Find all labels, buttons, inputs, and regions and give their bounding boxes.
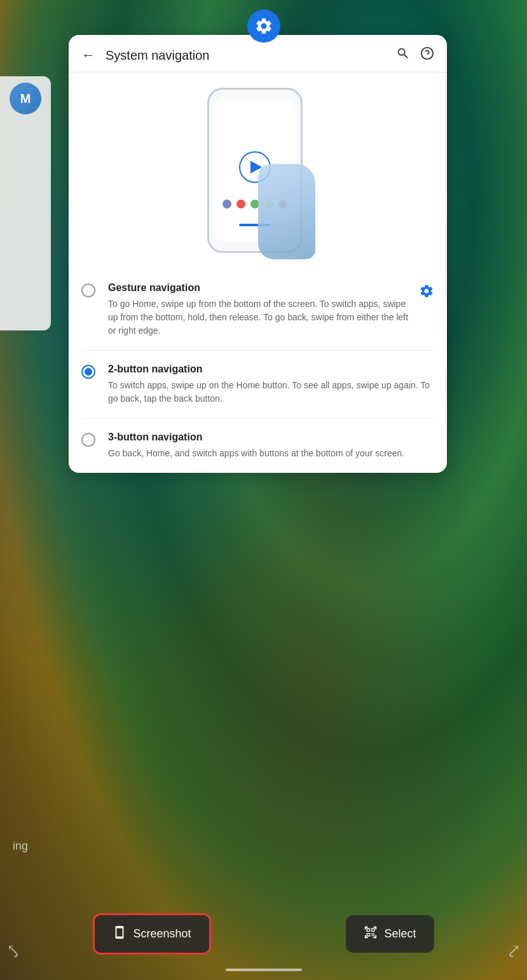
select-label: Select	[384, 927, 416, 941]
three-button-title: 3-button navigation	[108, 432, 434, 443]
avatar: M	[10, 83, 41, 114]
two-button-title: 2-button navigation	[108, 364, 434, 375]
screenshot-label: Screenshot	[133, 927, 191, 941]
settings-card: ← System navigation	[69, 35, 447, 473]
two-button-text: 2-button navigation To switch apps, swip…	[108, 364, 434, 405]
phone-illustration	[207, 88, 309, 259]
radio-selected-indicator	[85, 368, 92, 376]
three-button-radio[interactable]	[81, 433, 95, 447]
two-button-desc: To switch apps, swipe up on the Home but…	[108, 379, 434, 405]
screenshot-button[interactable]: Screenshot	[93, 913, 210, 955]
side-text: ing	[13, 840, 28, 853]
select-button[interactable]: Select	[346, 915, 434, 953]
hand-shape	[258, 164, 315, 259]
gesture-settings[interactable]	[419, 283, 434, 301]
three-button-navigation-option[interactable]: 3-button navigation Go back, Home, and s…	[81, 419, 434, 473]
gesture-radio[interactable]	[81, 283, 95, 297]
navigation-indicator	[226, 969, 302, 971]
options-area: Gesture navigation To go Home, swipe up …	[69, 269, 447, 473]
search-icon[interactable]	[396, 46, 410, 64]
navigation-dot	[222, 200, 231, 208]
select-icon	[364, 925, 378, 943]
three-button-desc: Go back, Home, and switch apps with butt…	[108, 447, 434, 460]
gesture-desc: To go Home, swipe up from the bottom of …	[108, 297, 411, 337]
two-button-navigation-option[interactable]: 2-button navigation To switch apps, swip…	[81, 351, 434, 419]
hand-illustration	[258, 164, 322, 266]
bottom-bar: Screenshot Select	[0, 913, 527, 955]
page-title: System navigation	[106, 48, 396, 63]
navigation-dot	[236, 200, 245, 208]
header-icons	[396, 46, 434, 64]
back-button[interactable]: ←	[81, 47, 95, 64]
three-button-text: 3-button navigation Go back, Home, and s…	[108, 432, 434, 460]
gesture-navigation-option[interactable]: Gesture navigation To go Home, swipe up …	[81, 269, 434, 351]
help-icon[interactable]	[420, 46, 434, 64]
gesture-text: Gesture navigation To go Home, swipe up …	[108, 282, 411, 337]
left-panel: M	[0, 76, 51, 330]
illustration-area	[69, 72, 447, 269]
two-button-radio[interactable]	[81, 365, 95, 379]
gear-icon	[247, 10, 280, 43]
screenshot-icon	[113, 925, 127, 943]
gesture-title: Gesture navigation	[108, 282, 411, 294]
